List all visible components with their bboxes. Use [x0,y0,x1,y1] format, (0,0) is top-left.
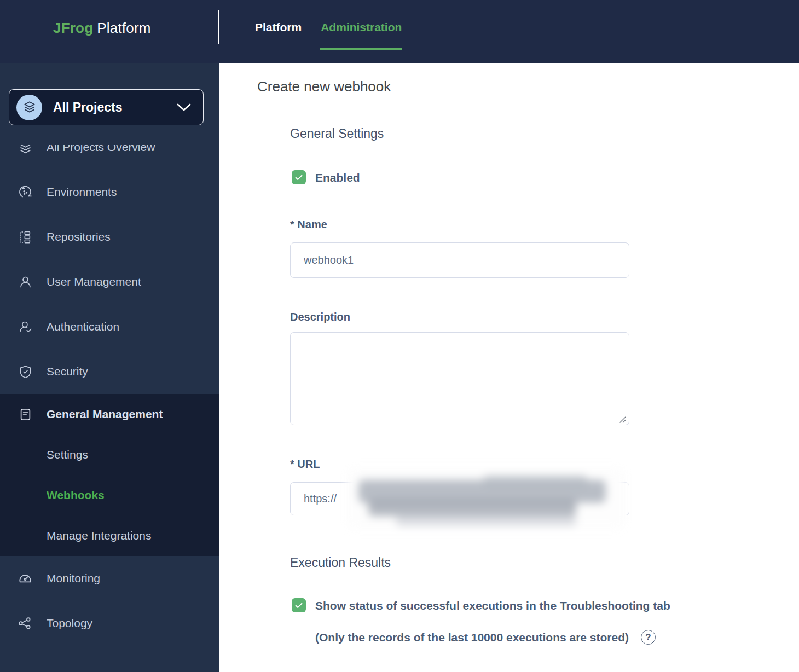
repositories-icon [16,230,34,245]
check-icon [295,603,303,609]
sidebar-item-label: All Projects Overview [47,145,155,154]
sidebar-item-monitoring[interactable]: Monitoring [0,556,219,601]
header-divider [218,10,219,44]
section-heading: General Settings [290,126,384,141]
sidebar-menu: All Projects Overview Environment [0,145,219,672]
sidebar-item-label: Topology [47,617,92,630]
show-status-checkbox[interactable] [292,598,306,612]
execution-results-header: Execution Results [290,555,799,570]
user-check-icon [16,320,34,334]
section-divider [414,563,799,563]
section-heading: Execution Results [290,555,391,570]
project-selector-dropdown[interactable]: All Projects [9,89,204,125]
tab-administration[interactable]: Administration [320,21,402,50]
admin-sidebar: All Projects All Projects Overview [0,63,219,672]
shield-check-icon [16,364,34,379]
check-icon [295,175,303,181]
sidebar-item-label: Environments [47,186,117,199]
url-field-label: * URL [290,458,320,471]
sidebar-item-label: Security [47,365,88,378]
sidebar-subitem-settings[interactable]: Settings [0,435,219,475]
sidebar-item-label: Authentication [47,320,119,333]
general-management-section: General Management Settings Webhooks Man… [0,394,219,556]
logo-platform-text: Platform [97,20,150,36]
header-tabs: Platform Administration [254,21,402,50]
overview-layers-icon [16,145,34,155]
chevron-down-icon [177,103,191,112]
show-status-checkbox-row: Show status of successful executions in … [292,598,670,613]
sidebar-bottom-divider [9,648,204,648]
jfrog-logo[interactable]: JFrogPlatform [53,20,151,37]
name-field-label: * Name [290,218,327,231]
main-panel: Create new webhook General Settings Enab… [219,63,799,672]
sidebar-item-general-management[interactable]: General Management [0,394,219,435]
sidebar-item-label: Repositories [47,230,111,244]
sidebar-item-label: User Management [47,275,141,288]
description-textarea[interactable] [290,332,629,425]
section-divider [407,134,799,134]
sidebar-item-all-projects-overview[interactable]: All Projects Overview [0,145,219,170]
enabled-label: Enabled [315,170,360,185]
execution-note: (Only the records of the last 10000 exec… [315,631,629,644]
description-field-label: Description [290,311,350,323]
general-settings-header: General Settings [290,126,799,141]
jfrog-platform-app: JFrogPlatform Platform Administration Al… [0,0,799,672]
sidebar-subitem-webhooks[interactable]: Webhooks [0,475,219,515]
user-icon [16,275,34,289]
execution-note-row: (Only the records of the last 10000 exec… [315,630,656,645]
name-input[interactable] [290,242,629,278]
enabled-checkbox-row: Enabled [292,170,360,185]
sidebar-item-user-management[interactable]: User Management [0,259,219,304]
sidebar-item-repositories[interactable]: Repositories [0,215,219,259]
document-icon [16,407,34,422]
topology-icon [16,616,34,631]
sidebar-item-topology[interactable]: Topology [0,601,219,646]
all-projects-avatar [16,95,42,120]
show-status-label: Show status of successful executions in … [315,598,670,613]
gauge-icon [16,571,34,586]
environments-icon [16,184,34,200]
sidebar-item-security[interactable]: Security [0,349,219,394]
project-selector-label: All Projects [53,100,177,115]
url-input[interactable] [290,482,629,515]
sidebar-subitem-manage-integrations[interactable]: Manage Integrations [0,515,219,556]
top-header: JFrogPlatform Platform Administration [0,0,799,63]
tab-platform[interactable]: Platform [254,21,302,50]
enabled-checkbox[interactable] [292,170,306,184]
sidebar-item-environments[interactable]: Environments [0,170,219,215]
help-icon[interactable]: ? [641,630,656,645]
sidebar-item-authentication[interactable]: Authentication [0,304,219,349]
sidebar-item-label: General Management [47,408,163,421]
sidebar-item-label: Monitoring [47,572,100,585]
logo-jfrog-text: JFrog [53,20,93,36]
layers-icon [22,100,37,114]
webhook-form: General Settings Enabled * Name Descript… [290,63,799,672]
